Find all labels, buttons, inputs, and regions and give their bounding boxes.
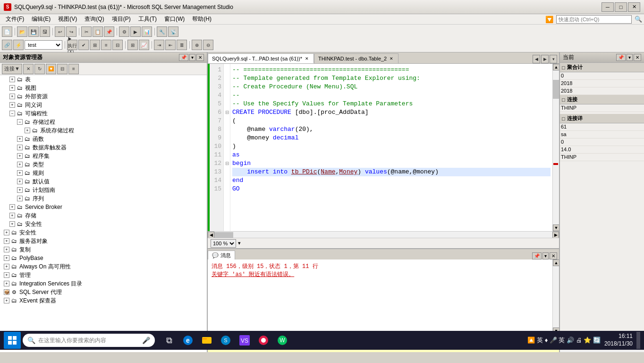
show-desktop-btn[interactable] <box>636 332 640 349</box>
scroll-up-btn[interactable]: ▲ <box>553 64 559 70</box>
settings-btn[interactable]: ⚙ <box>119 26 129 37</box>
tab-list-btn[interactable]: ▾ <box>550 55 557 63</box>
disconnect-btn[interactable]: ✕ <box>23 64 34 74</box>
explorer-filter2-btn[interactable]: ⊟ <box>57 64 68 74</box>
tree-node-sequence[interactable]: + 🗂 序列 <box>0 194 207 203</box>
vertical-scrollbar[interactable]: ▲ ▼ <box>552 64 559 231</box>
tree-node-integration[interactable]: + 🗂 Integration Services 目录 <box>0 279 207 288</box>
menu-view[interactable]: 视图(V) <box>54 14 81 24</box>
scroll-left-btn[interactable]: ◀ <box>208 232 214 238</box>
msg-panel-close[interactable]: ✕ <box>550 252 557 259</box>
scroll-down-btn[interactable]: ▼ <box>553 225 559 231</box>
menu-edit[interactable]: 编辑(E) <box>28 14 54 24</box>
indent-btn[interactable]: ⇥ <box>154 40 164 50</box>
expand-db-trigger[interactable]: + <box>17 145 23 150</box>
expand-plan-guide[interactable]: + <box>17 187 23 193</box>
expand-view[interactable]: + <box>9 85 15 91</box>
tree-node-stored-proc[interactable]: − 🗂 存储过程 <box>0 118 207 126</box>
expand-security-srv[interactable]: + <box>4 230 9 235</box>
menu-window[interactable]: 窗口(W) <box>161 14 188 24</box>
tree-node-assembly[interactable]: + 🗂 程序集 <box>0 152 207 160</box>
expand-sql-agent[interactable]: 📦 <box>4 289 9 295</box>
expand-rule[interactable]: + <box>17 170 23 176</box>
collapse-conn-detail-icon[interactable]: □ <box>562 116 565 121</box>
tree-node-xevent[interactable]: + 🗂 XEvent 探查器 <box>0 296 207 305</box>
explorer-more-btn[interactable]: ≡ <box>68 64 79 74</box>
h-scroll-thumb[interactable] <box>214 232 233 238</box>
tab-table2[interactable]: THINKPAD.test - dbo.Table_2 ✕ <box>314 53 398 63</box>
save-all-btn[interactable]: 🖫 <box>40 26 50 37</box>
taskbar-app-circle[interactable] <box>255 332 272 349</box>
tree-node-polybase[interactable]: + 🗂 PolyBase <box>0 254 207 262</box>
copy-btn[interactable]: 📋 <box>93 26 103 37</box>
expand-integration[interactable]: + <box>4 281 9 286</box>
tab-scroll-left[interactable]: ◀ <box>533 55 540 63</box>
expand-sys-proc[interactable]: + <box>25 128 30 133</box>
expand-sequence[interactable]: + <box>17 196 23 201</box>
check-btn[interactable]: ✔ <box>78 40 89 50</box>
expand-service-broker[interactable]: + <box>9 204 15 210</box>
explorer-refresh-btn[interactable]: ↻ <box>34 64 45 74</box>
expand-server-obj[interactable]: + <box>4 238 9 244</box>
grid3-btn[interactable]: ⊟ <box>112 40 123 50</box>
expand-replication[interactable]: + <box>4 247 9 252</box>
undo-btn[interactable]: ↩ <box>55 26 65 37</box>
h-scroll-track[interactable] <box>214 232 552 238</box>
collapse-aggregate-icon[interactable]: □ <box>562 65 565 70</box>
tree-node-default[interactable]: + 🗂 默认值 <box>0 177 207 186</box>
table-btn[interactable]: ⊞ <box>127 40 138 50</box>
expand-function[interactable]: + <box>17 136 23 142</box>
tree-node-plan-guide[interactable]: + 🗂 计划指南 <box>0 186 207 194</box>
panel-arrow-btn[interactable]: ▾ <box>189 54 195 61</box>
panel-close-btn[interactable]: ✕ <box>196 54 204 61</box>
tree-node-sys-proc[interactable]: + 🗂 系统存储过程 <box>0 126 207 135</box>
msg-scroll-up[interactable]: ▲ <box>553 259 559 266</box>
connect-btn[interactable]: 🔗 <box>2 40 12 50</box>
tab-scroll-right[interactable]: ▶ <box>541 55 549 63</box>
tree-node-security-srv[interactable]: + 🗂 安全性 <box>0 228 207 237</box>
start-button[interactable] <box>4 332 21 349</box>
taskbar-app-edge[interactable]: e <box>179 332 196 349</box>
collapse-connection-icon[interactable]: □ <box>562 97 565 103</box>
code-editor[interactable]: -- =====================================… <box>230 64 552 231</box>
tree-node-rule[interactable]: + 🗂 规则 <box>0 169 207 177</box>
expand-stored-proc[interactable]: − <box>17 119 23 125</box>
chart-btn[interactable]: 📈 <box>139 40 149 50</box>
menu-help[interactable]: 帮助(H) <box>188 14 215 24</box>
menu-query[interactable]: 查询(Q) <box>81 14 108 24</box>
zoom-select[interactable]: 100 % <box>211 239 236 248</box>
menu-file[interactable]: 文件(F) <box>2 14 28 24</box>
scroll-thumb-v[interactable] <box>553 80 559 99</box>
expand-synonym[interactable]: + <box>9 102 15 108</box>
expand-security-db[interactable]: + <box>9 221 15 227</box>
misc3-btn[interactable]: ⊕ <box>192 40 202 50</box>
tab-table2-close[interactable]: ✕ <box>389 56 394 61</box>
taskbar-search-box[interactable]: 🔍 🎤 <box>23 334 155 347</box>
close-button[interactable]: ✕ <box>628 2 640 12</box>
taskbar-app-taskview[interactable]: ⧉ <box>161 332 178 349</box>
tree-node-programmable[interactable]: − 🗂 可编程性 <box>0 109 207 118</box>
msg-panel-arrow[interactable]: ▾ <box>542 252 549 259</box>
props-arrow-btn[interactable]: ▾ <box>627 54 633 61</box>
tree-node-sql-agent[interactable]: 📦 ⚙ SQL Server 代理 <box>0 288 207 296</box>
tree-node-view[interactable]: + 🗂 视图 <box>0 84 207 92</box>
expand-assembly[interactable]: + <box>17 153 23 159</box>
msg-scrollbar-v[interactable]: ▲ ▼ <box>552 259 559 334</box>
expand-always-on[interactable]: + <box>4 264 9 269</box>
expand-type[interactable]: + <box>17 162 23 167</box>
expand-programmable[interactable]: − <box>9 111 15 116</box>
tab-query[interactable]: SQLQuery9.sql - T...PAD.test (sa (61))* … <box>208 53 314 63</box>
quick-search-input[interactable] <box>556 15 632 24</box>
tree-node-replication[interactable]: + 🗂 复制 <box>0 245 207 254</box>
panel-pin-btn[interactable]: 📌 <box>179 54 188 61</box>
collapse-12[interactable]: ⊟ <box>224 159 230 168</box>
tree-node-server-obj[interactable]: + 🗂 服务器对象 <box>0 237 207 245</box>
expand-storage[interactable]: + <box>9 213 15 218</box>
maximize-button[interactable]: □ <box>615 2 627 12</box>
tree-node-external[interactable]: + 🗂 外部资源 <box>0 92 207 101</box>
expand-table[interactable]: + <box>9 77 15 82</box>
taskbar-app-explorer[interactable] <box>198 332 215 349</box>
paste-btn[interactable]: 📌 <box>104 26 114 37</box>
expand-polybase[interactable]: + <box>4 255 9 261</box>
expand-default[interactable]: + <box>17 179 23 184</box>
